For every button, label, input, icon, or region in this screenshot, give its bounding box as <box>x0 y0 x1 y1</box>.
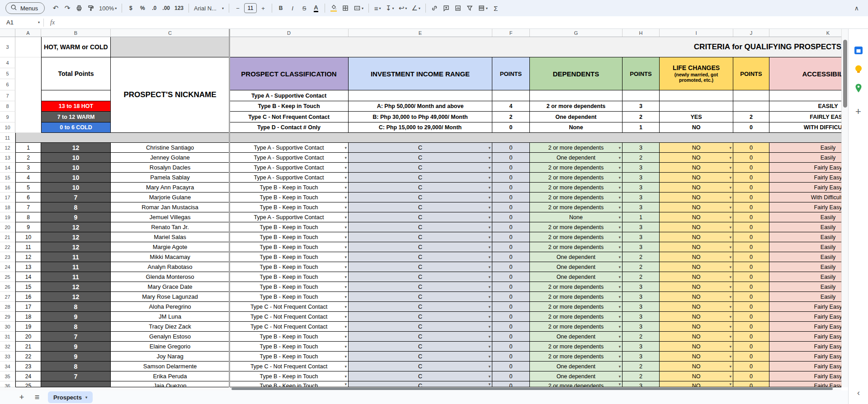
cell-dependents-points[interactable]: 3 <box>623 282 660 292</box>
dropdown-arrow-icon[interactable]: ▾ <box>488 215 491 220</box>
cell-life-changes[interactable]: NO▾ <box>660 362 733 371</box>
cell-sequence[interactable]: 14 <box>15 272 41 282</box>
cell-life-points-no[interactable]: 0 <box>733 122 769 133</box>
dropdown-arrow-icon[interactable]: ▾ <box>344 374 347 379</box>
dropdown-arrow-icon[interactable]: ▾ <box>344 215 347 220</box>
cell-accessibility[interactable]: Easily <box>769 262 841 272</box>
legend-hot[interactable]: 13 to 18 HOT <box>41 101 111 112</box>
create-filter-button[interactable] <box>464 2 475 14</box>
cell-life-changes[interactable]: NO▾ <box>660 153 733 163</box>
cell-total-points[interactable]: 12 <box>41 242 111 252</box>
cell-life-changes[interactable]: NO▾ <box>660 202 733 212</box>
cell-income-range[interactable]: C▾ <box>349 183 492 193</box>
cell-classification[interactable]: Type B - Keep in Touch▾ <box>230 262 349 272</box>
row-number[interactable]: 6 <box>0 79 15 90</box>
row-number[interactable]: 34 <box>0 362 15 371</box>
dropdown-arrow-icon[interactable]: ▾ <box>729 235 731 240</box>
cell-dependents[interactable]: 2 or more dependents▾ <box>530 292 623 302</box>
cell-life-points[interactable]: 0 <box>733 322 769 332</box>
decrease-font-size-button[interactable]: − <box>232 2 243 14</box>
cell-dependents-points[interactable]: 3 <box>623 292 660 302</box>
menus-button[interactable]: Menus <box>5 2 45 14</box>
cell-income-points[interactable]: 0 <box>492 282 530 292</box>
row-number[interactable]: 19 <box>0 212 15 222</box>
cell-sequence[interactable]: 21 <box>15 342 41 352</box>
cell-dependents[interactable]: 2 or more dependents▾ <box>530 381 623 387</box>
cell-life-changes[interactable]: NO▾ <box>660 252 733 262</box>
cell-life-points[interactable]: 0 <box>733 332 769 342</box>
paint-format-button[interactable] <box>85 2 96 14</box>
cell-income-range[interactable]: C▾ <box>349 153 492 163</box>
all-sheets-button[interactable]: ≡ <box>31 391 43 403</box>
row-number[interactable]: 26 <box>0 282 15 292</box>
cell-dependents[interactable]: 2 or more dependents▾ <box>530 222 623 232</box>
cell-sequence[interactable]: 18 <box>15 312 41 322</box>
cell-life-points[interactable]: 0 <box>733 143 769 153</box>
cell-life-changes[interactable]: NO▾ <box>660 183 733 193</box>
column-header-i[interactable]: I <box>660 29 733 37</box>
cell-life-points[interactable]: 0 <box>733 173 769 183</box>
cell-nickname-header[interactable]: PROSPECT'S NICKNAME <box>111 57 230 133</box>
cell-accessibility[interactable]: Easily <box>769 212 841 222</box>
dropdown-arrow-icon[interactable]: ▾ <box>618 225 621 230</box>
cell-nickname[interactable]: Aloha Peregrino <box>111 302 230 312</box>
cell-dependents[interactable]: 2 or more dependents▾ <box>530 282 623 292</box>
cell-income-points[interactable]: 0 <box>492 371 530 381</box>
dropdown-arrow-icon[interactable]: ▾ <box>729 225 731 230</box>
currency-format-button[interactable]: $ <box>125 2 136 14</box>
cell-life-points[interactable]: 0 <box>733 292 769 302</box>
cell-dependents-points-header[interactable]: POINTS <box>623 57 660 90</box>
cell-income-points[interactable]: 0 <box>492 163 530 173</box>
cell-nickname[interactable]: Margie Agote <box>111 242 230 252</box>
dropdown-arrow-icon[interactable]: ▾ <box>488 146 491 150</box>
row-number[interactable]: 14 <box>0 163 15 173</box>
cell-classification[interactable]: Type C - Not Frequent Contact▾ <box>230 312 349 322</box>
cell-income-range[interactable]: C▾ <box>349 193 492 202</box>
text-wrap-button[interactable]: ↩▾ <box>397 2 409 14</box>
row-number[interactable]: 18 <box>0 202 15 212</box>
cell-income-points-c[interactable]: 0 <box>492 122 530 133</box>
cell-life-points[interactable]: 0 <box>733 371 769 381</box>
cell-total-points[interactable]: 9 <box>41 342 111 352</box>
row-number[interactable]: 16 <box>0 183 15 193</box>
cell-dependents-points[interactable]: 3 <box>623 312 660 322</box>
cell-life-no[interactable]: NO <box>660 122 733 133</box>
dropdown-arrow-icon[interactable]: ▾ <box>618 354 621 359</box>
dropdown-arrow-icon[interactable]: ▾ <box>488 285 491 289</box>
dropdown-arrow-icon[interactable]: ▾ <box>344 344 347 349</box>
dropdown-arrow-icon[interactable]: ▾ <box>344 185 347 190</box>
cell-accessibility[interactable]: Fairly Easy <box>769 322 841 332</box>
cell-income-range[interactable]: C▾ <box>349 352 492 362</box>
dropdown-arrow-icon[interactable]: ▾ <box>344 295 347 299</box>
cell-classification[interactable]: Type B - Keep in Touch▾ <box>230 242 349 252</box>
dropdown-arrow-icon[interactable]: ▾ <box>488 334 491 339</box>
cell-dependents-points-1[interactable]: 3 <box>623 101 660 112</box>
dropdown-arrow-icon[interactable]: ▾ <box>618 295 621 299</box>
cell-dependents-points[interactable]: 3 <box>623 381 660 387</box>
cell-classification[interactable]: Type B - Keep in Touch▾ <box>230 183 349 193</box>
cell-nickname[interactable]: Marjorie Gulane <box>111 193 230 202</box>
table-views-button[interactable]: ▾ <box>476 2 490 14</box>
dropdown-arrow-icon[interactable]: ▾ <box>344 265 347 269</box>
cell-total-points[interactable]: 12 <box>41 143 111 153</box>
cell-nickname[interactable]: Tracy Diez Zack <box>111 322 230 332</box>
dropdown-arrow-icon[interactable]: ▾ <box>729 255 731 259</box>
cell-dependents-points[interactable]: 1 <box>623 212 660 222</box>
dropdown-arrow-icon[interactable]: ▾ <box>344 255 347 259</box>
cell-life-changes[interactable]: NO▾ <box>660 143 733 153</box>
increase-decimals-button[interactable]: .00 <box>160 2 172 14</box>
cell-sequence[interactable]: 1 <box>15 143 41 153</box>
dropdown-arrow-icon[interactable]: ▾ <box>729 175 731 180</box>
cell-total-points[interactable]: 11 <box>41 252 111 262</box>
cell-dependents-points[interactable]: 2 <box>623 153 660 163</box>
cell-sequence[interactable]: 3 <box>15 163 41 173</box>
cell-nickname[interactable]: Pamela Sablay <box>111 173 230 183</box>
insert-link-button[interactable] <box>429 2 440 14</box>
dropdown-arrow-icon[interactable]: ▾ <box>618 382 621 386</box>
cell-sequence[interactable]: 9 <box>15 222 41 232</box>
cell-accessibility-header[interactable]: ACCESSIBILITY <box>769 57 841 90</box>
cell-dependents-points[interactable]: 3 <box>623 222 660 232</box>
legend-warm[interactable]: 7 to 12 WARM <box>41 112 111 122</box>
dropdown-arrow-icon[interactable]: ▾ <box>488 165 491 170</box>
freeze-pane-divider[interactable] <box>229 29 230 387</box>
